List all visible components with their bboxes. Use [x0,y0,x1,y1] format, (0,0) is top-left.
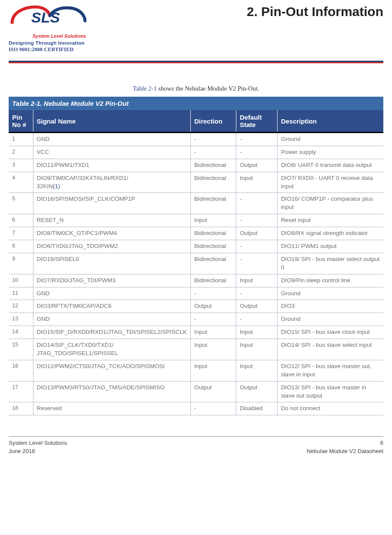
cell-signal: DIO8/TIM0CK_GT/PC1/PWM4 [33,227,190,240]
table-row: 7DIO8/TIM0CK_GT/PC1/PWM4BidirectionalOut… [9,227,383,240]
cell-description: DIO3 [277,300,383,313]
table-reference-link[interactable]: Table 2-1 [133,85,157,92]
cell-pin-no: 12 [9,300,33,313]
cell-direction: Bidirectional [190,227,236,240]
cell-direction: Output [190,300,236,313]
cell-pin-no: 2 [9,146,33,159]
cell-default: Input [236,360,277,381]
cell-signal: GND [33,133,190,146]
section-title: 2. Pin-Out Information [104,4,383,19]
cell-signal: DIO9/TIM0CAP/32KXTALIN/RXD1/32KIN(1) [33,172,190,193]
col-direction: Direction [190,110,236,133]
table-header-row: Pin No # Signal Name Direction Default S… [9,110,383,133]
cell-default: - [236,253,277,274]
intro-text: shows the Nebulae Module V2 Pin-Out. [157,85,259,92]
footer-date: June 2018 [9,447,67,456]
table-row: 9DIO19/SPISEL0Bidirectional-DIO19/ SPI -… [9,253,383,274]
table-row: 12DIO3/RFTX/TIM0CAP/ADC6OutputOutputDIO3 [9,300,383,313]
cell-signal: GND [33,287,190,300]
cell-default: Output [236,159,277,172]
table-row: 11GND--Ground [9,287,383,300]
cell-pin-no: 1 [9,133,33,146]
cell-pin-no: 7 [9,227,33,240]
cell-pin-no: 8 [9,240,33,253]
cell-direction: - [190,402,236,415]
table-intro: Table 2-1 shows the Nebulae Module V2 Pi… [9,85,383,92]
cell-default: Output [236,300,277,313]
cell-signal: DIO6/TXD0/JTAG_TDO/PWM2 [33,240,190,253]
cell-direction: Input [190,326,236,339]
table-row: 5DIO16/SPISMOSI/SIF_CLK/COMP1PBidirectio… [9,193,383,214]
cell-description: DIO13/ SPI - bus slave master in slave o… [277,381,383,402]
cell-direction: Output [190,381,236,402]
cell-pin-no: 15 [9,339,33,360]
table-row: 1GND--Ground [9,133,383,146]
cell-description: DIO9/Pin sleep control line [277,274,383,287]
cell-direction: Bidirectional [190,172,236,193]
cell-signal: DIO11/PWM1/TXD1 [33,159,190,172]
footer-rule [9,436,383,437]
cell-default: Output [236,227,277,240]
cell-description: DIO11/ PWM1 output [277,240,383,253]
cell-pin-no: 5 [9,193,33,214]
tagline: Designing Through Innovation [9,40,104,46]
cell-description: Power supply [277,146,383,159]
company-logo-icon: SLS [9,4,95,33]
cell-signal: RESET_N [33,214,190,227]
table-row: 18Reserved-DisabledDo not connect [9,402,383,415]
cell-default: Input [236,172,277,193]
cell-signal: VCC [33,146,190,159]
table-row: 17DIO13/PWM3/RTS0/JTAG_TMS/ADE/SPISMISOO… [9,381,383,402]
cell-signal: DIO16/SPISMOSI/SIF_CLK/COMP1P [33,193,190,214]
cell-direction: Input [190,214,236,227]
col-description: Description [277,110,383,133]
cell-default: Disabled [236,402,277,415]
cell-pin-no: 4 [9,172,33,193]
cell-description: DIO12/ SPI - bus slave master out, slave… [277,360,383,381]
cell-direction: Input [190,339,236,360]
cell-default: - [236,133,277,146]
footer-company: System Level Solutions [9,439,67,447]
cell-signal: GND [33,313,190,326]
table-row: 8DIO6/TXD0/JTAG_TDO/PWM2Bidirectional-DI… [9,240,383,253]
cell-default: Input [236,274,277,287]
table-row: 13GND--Ground [9,313,383,326]
cell-signal: Reserved [33,402,190,415]
cell-direction: - [190,133,236,146]
cell-default: Output [236,381,277,402]
cell-default: Input [236,339,277,360]
table-title-row: Table 2-1. Nebulae Module V2 Pin-Out [9,97,383,110]
col-signal: Signal Name [33,110,190,133]
table-row: 14DIO15/SIF_D/RXD0/RXD1/JTAG_TDI/SPISEL2… [9,326,383,339]
cell-description: DIO14/ SPI - bus slave select input [277,339,383,360]
page-header: SLS System Level Solutions Designing Thr… [9,4,383,53]
cell-description: DIO6/ UART 0 transmit data output [277,159,383,172]
cell-default: - [236,214,277,227]
footer-doc-title: Nebulae Module V2 Datasheet [307,447,383,456]
cell-pin-no: 14 [9,326,33,339]
footer-page-number: 6 [307,439,383,447]
header-divider [9,61,383,63]
cell-signal: DIO15/SIF_D/RXD0/RXD1/JTAG_TDI/SPISEL2/S… [33,326,190,339]
cell-description: Ground [277,287,383,300]
cell-pin-no: 9 [9,253,33,274]
cell-signal: DIO19/SPISEL0 [33,253,190,274]
table-row: 4DIO9/TIM0CAP/32KXTALIN/RXD1/32KIN(1)Bid… [9,172,383,193]
cell-direction: Bidirectional [190,193,236,214]
table-row: 15DIO14/SIF_CLK/TXD0/TXD1/JTAG_TDO/SPISE… [9,339,383,360]
cell-default: - [236,287,277,300]
table-title: Table 2-1. Nebulae Module V2 Pin-Out [9,97,383,110]
cell-direction: - [190,287,236,300]
cell-direction: - [190,313,236,326]
cell-pin-no: 3 [9,159,33,172]
cell-direction: Bidirectional [190,240,236,253]
cell-description: DIO7/ RXD0 - UART 0 receive data input [277,172,383,193]
page-footer: System Level Solutions June 2018 6 Nebul… [9,439,383,456]
svg-text:SLS: SLS [31,9,60,26]
cell-description: DIO19/ SPI - bus master select output 0 [277,253,383,274]
cell-default: - [236,313,277,326]
table-row: 10DIO7/RXD0/JTAG_TDI/PWM3BidirectionalIn… [9,274,383,287]
cell-default: - [236,146,277,159]
cell-default: - [236,193,277,214]
cell-description: Reset input [277,214,383,227]
